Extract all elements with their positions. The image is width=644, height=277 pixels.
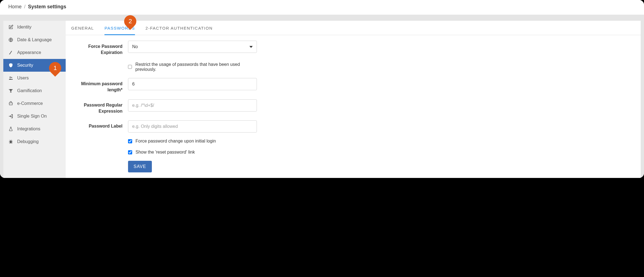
sidebar-item-label: Identity bbox=[17, 25, 32, 30]
sidebar-item-appearance[interactable]: Appearance bbox=[3, 46, 66, 59]
tab-2fa[interactable]: 2-FACTOR AUTHENTICATION bbox=[145, 21, 213, 35]
show-reset-checkbox[interactable] bbox=[128, 150, 132, 154]
breadcrumb: Home / System settings bbox=[0, 0, 644, 15]
save-button[interactable]: SAVE bbox=[128, 161, 152, 172]
users-icon bbox=[8, 76, 14, 81]
sidebar-item-identity[interactable]: Identity bbox=[3, 21, 66, 33]
restrict-previous-label: Restrict the usage of passwords that hav… bbox=[135, 62, 257, 72]
sidebar-item-label: Security bbox=[17, 63, 33, 68]
edit-icon bbox=[8, 25, 14, 30]
sidebar-item-label: Appearance bbox=[17, 50, 41, 55]
min-length-input[interactable] bbox=[128, 78, 257, 90]
caret-down-icon bbox=[249, 46, 253, 48]
globe-icon bbox=[8, 37, 14, 42]
svg-point-1 bbox=[10, 77, 11, 78]
restrict-previous-checkbox[interactable] bbox=[128, 65, 132, 69]
password-label-label: Password Label bbox=[71, 120, 128, 129]
svg-point-2 bbox=[11, 77, 12, 78]
show-reset-label: Show the 'reset password' link bbox=[136, 150, 195, 155]
tabs: GENERAL PASSWORDS 2-FACTOR AUTHENTICATIO… bbox=[66, 21, 641, 35]
sidebar-item-label: Single Sign On bbox=[17, 114, 47, 119]
sidebar-item-integrations[interactable]: Integrations bbox=[3, 123, 66, 135]
signin-icon bbox=[8, 114, 14, 119]
sidebar-item-label: e-Commerce bbox=[17, 101, 43, 106]
sidebar-item-label: Integrations bbox=[17, 126, 40, 131]
breadcrumb-separator: / bbox=[24, 4, 25, 9]
sidebar-item-label: Date & Language bbox=[17, 37, 52, 42]
trophy-icon bbox=[8, 88, 14, 93]
breadcrumb-current: System settings bbox=[28, 4, 66, 9]
min-length-label: Minimum password length* bbox=[71, 78, 128, 93]
sidebar-item-ecommerce[interactable]: e-Commerce bbox=[3, 97, 66, 110]
sidebar-item-label: Users bbox=[17, 76, 29, 81]
force-expiration-label: Force Password Expiration bbox=[71, 41, 128, 56]
sidebar-item-label: Debugging bbox=[17, 139, 39, 144]
force-change-label: Force password change upon initial login bbox=[136, 139, 216, 144]
bug-icon bbox=[8, 139, 14, 144]
flask-icon bbox=[8, 126, 14, 131]
brush-icon bbox=[8, 50, 14, 55]
sidebar-item-gamification[interactable]: Gamification bbox=[3, 84, 66, 97]
sidebar-item-sso[interactable]: Single Sign On bbox=[3, 110, 66, 123]
force-expiration-select[interactable]: No bbox=[128, 41, 257, 53]
sidebar-item-label: Gamification bbox=[17, 88, 42, 93]
sidebar-item-debugging[interactable]: Debugging bbox=[3, 135, 66, 148]
shield-icon bbox=[8, 63, 14, 68]
password-label-input[interactable] bbox=[128, 120, 257, 133]
regex-input[interactable] bbox=[128, 99, 257, 112]
sidebar: Identity Date & Language Appearance Secu… bbox=[3, 21, 66, 178]
force-expiration-value: No bbox=[132, 44, 138, 49]
cart-icon bbox=[8, 101, 14, 106]
breadcrumb-home[interactable]: Home bbox=[8, 4, 22, 9]
svg-point-3 bbox=[10, 141, 12, 144]
force-change-checkbox[interactable] bbox=[128, 139, 132, 143]
regex-label: Password Regular Expression bbox=[71, 99, 128, 115]
content-panel: GENERAL PASSWORDS 2-FACTOR AUTHENTICATIO… bbox=[66, 21, 641, 178]
sidebar-item-date-language[interactable]: Date & Language bbox=[3, 33, 66, 46]
tab-general[interactable]: GENERAL bbox=[71, 21, 94, 35]
